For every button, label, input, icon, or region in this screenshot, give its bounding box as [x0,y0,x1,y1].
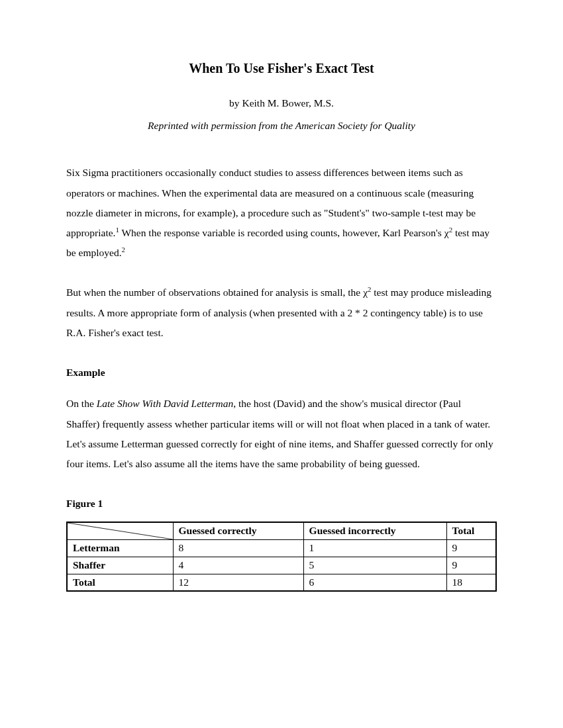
cell-value: 6 [303,574,446,591]
para1-text-b: When the response variable is recorded u… [119,227,444,238]
cell-value: 5 [303,557,446,574]
row-label: Letterman [67,539,173,557]
reprint-notice: Reprinted with permission from the Ameri… [66,119,497,132]
cell-value: 8 [173,539,303,557]
para2-text-a: But when the number of observations obta… [66,287,363,298]
row-label: Total [67,574,173,591]
paragraph-2: But when the number of observations obta… [66,283,497,343]
svg-line-0 [68,523,173,539]
chi-symbol-2: χ [363,287,368,298]
paragraph-1: Six Sigma practitioners occasionally con… [66,163,497,263]
table-row: Shaffer 4 5 9 [67,557,496,574]
paper-title: When To Use Fisher's Exact Test [66,60,497,77]
example-heading: Example [66,363,497,382]
para3-text-a: On the [66,398,97,409]
table-corner-cell [67,522,173,539]
cell-value: 9 [446,539,496,557]
cell-value: 12 [173,574,303,591]
paragraph-3: On the Late Show With David Letterman, t… [66,394,497,474]
table-row: Total 12 6 18 [67,574,496,591]
table-row: Letterman 8 1 9 [67,539,496,557]
col-incorrect: Guessed incorrectly [303,522,446,539]
show-title: Late Show With David Letterman [97,398,234,409]
cell-value: 4 [173,557,303,574]
cell-value: 1 [303,539,446,557]
table-header-row: Guessed correctly Guessed incorrectly To… [67,522,496,539]
footnote-ref-2: 2 [122,246,125,253]
contingency-table: Guessed correctly Guessed incorrectly To… [66,522,497,592]
col-correct: Guessed correctly [173,522,303,539]
cell-value: 18 [446,574,496,591]
figure-1-label: Figure 1 [66,494,497,513]
col-total: Total [446,522,496,539]
cell-value: 9 [446,557,496,574]
byline: by Keith M. Bower, M.S. [66,97,497,110]
chi-symbol-1: χ [444,227,449,238]
row-label: Shaffer [67,557,173,574]
diagonal-icon [68,523,173,539]
